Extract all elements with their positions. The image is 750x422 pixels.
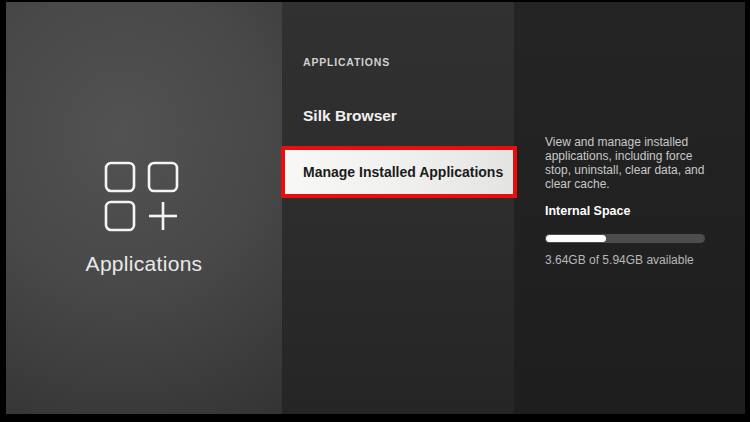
menu-item-label: Manage Installed Applications — [303, 165, 503, 179]
detail-panel: View and manage installed applications, … — [514, 2, 745, 414]
description-line: stop, uninstall, clear data, and — [545, 163, 704, 177]
category-label: Applications — [6, 252, 282, 276]
storage-available-text: 3.64GB of 5.94GB available — [545, 253, 694, 267]
apps-grid-plus-icon — [104, 161, 180, 237]
internal-space-title: Internal Space — [545, 205, 630, 218]
storage-progress-bar — [545, 234, 705, 243]
item-description: View and manage installed applications, … — [545, 135, 704, 191]
category-panel: Applications — [6, 2, 282, 414]
menu-item-manage-installed-applications[interactable]: Manage Installed Applications — [281, 146, 517, 198]
description-line: applications, including force — [545, 149, 704, 163]
menu-panel: APPLICATIONS Silk Browser Manage Install… — [282, 2, 514, 414]
storage-progress-fill — [546, 235, 606, 242]
description-line: clear cache. — [545, 177, 704, 191]
menu-item-silk-browser[interactable]: Silk Browser — [303, 108, 397, 124]
menu-section-header: APPLICATIONS — [303, 57, 390, 68]
description-line: View and manage installed — [545, 135, 704, 149]
